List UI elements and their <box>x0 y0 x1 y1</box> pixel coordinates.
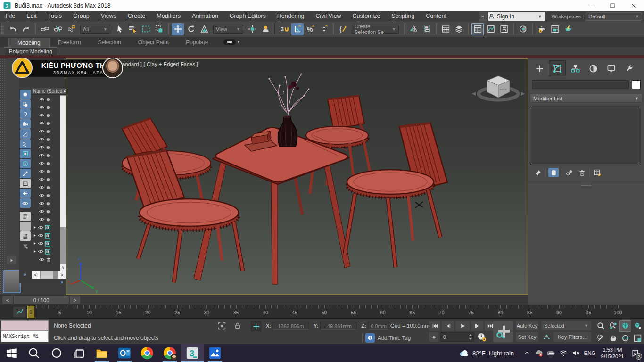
mirror-button[interactable] <box>407 23 420 35</box>
time-slider-handle[interactable]: 0 / 100 <box>14 296 69 304</box>
bind-spacewarp-button[interactable] <box>65 23 77 35</box>
pb-play-button[interactable] <box>455 321 470 331</box>
explorer-row[interactable] <box>32 111 60 119</box>
pb-prev-button[interactable] <box>442 321 454 331</box>
object-name-field[interactable] <box>532 80 629 89</box>
perspective-viewport[interactable]: BACK x y z [ + ] [ Perspective ] [ Stand… <box>66 58 528 295</box>
scale-button[interactable] <box>198 23 210 35</box>
timeline-slider[interactable]: 0 <box>27 306 34 318</box>
taskbar-task-view[interactable] <box>68 344 91 362</box>
frozen-dot-icon[interactable] <box>46 97 50 102</box>
previous-frame-button[interactable]: < <box>2 296 13 304</box>
visibility-eye-icon[interactable] <box>39 145 44 150</box>
pin-button[interactable] <box>533 168 543 177</box>
pb-start-button[interactable] <box>429 321 440 331</box>
ribbon-tab-modeling[interactable]: Modeling <box>8 38 50 47</box>
pivot-center-button[interactable] <box>246 23 258 35</box>
taskbar-chrome[interactable] <box>136 344 158 362</box>
f-spacewarps-filter-button[interactable] <box>20 139 31 148</box>
named-selection-set-dropdown[interactable]: Create Selection Se▼ <box>352 25 399 34</box>
isolate-selection-icon[interactable] <box>218 322 226 331</box>
snap-angle-button[interactable] <box>291 23 304 35</box>
menu-customize[interactable]: Customize <box>347 11 386 21</box>
menu-scripting[interactable]: Scripting <box>386 11 420 21</box>
f-bones-filter-button[interactable] <box>20 169 31 178</box>
explorer-vertical-scrollbar[interactable] <box>60 95 66 264</box>
align-button[interactable] <box>421 23 433 35</box>
coordinate-system-dropdown[interactable]: View▼ <box>213 25 243 34</box>
snap-3d-button[interactable]: 3 <box>278 23 290 35</box>
viewport-layout-tab[interactable] <box>3 270 21 293</box>
expand-arrow-icon[interactable] <box>33 241 37 246</box>
add-time-tag[interactable]: Add Time Tag <box>378 335 411 341</box>
ribbon-tab-freeform[interactable]: Freeform <box>50 38 90 47</box>
visibility-eye-icon[interactable] <box>38 225 43 230</box>
menu-civil-view[interactable]: Civil View <box>310 11 347 21</box>
language-indicator[interactable]: ENG <box>582 350 598 356</box>
sb-list2-button[interactable] <box>20 231 31 241</box>
taskbar-chrome-profile[interactable] <box>158 344 181 362</box>
frozen-dot-icon[interactable] <box>46 185 50 190</box>
visibility-eye-icon[interactable] <box>39 201 44 206</box>
explorer-row[interactable] <box>32 127 60 135</box>
frozen-dot-icon[interactable] <box>46 145 50 150</box>
ribbon-tab-object-paint[interactable]: Object Paint <box>130 38 177 47</box>
menu-group[interactable]: Group <box>67 11 95 21</box>
explorer-row[interactable] <box>32 135 60 143</box>
mini-curve-editor-button[interactable] <box>13 307 25 317</box>
workspace-dropdown[interactable]: Default ▼ <box>586 12 642 21</box>
taskbar-photos[interactable] <box>204 344 226 362</box>
visibility-eye-icon[interactable] <box>38 233 43 238</box>
explorer-row[interactable] <box>32 119 60 127</box>
frozen-dot-icon[interactable] <box>46 161 50 166</box>
tab-polygon-modeling[interactable]: Polygon Modeling <box>4 47 57 55</box>
configure-sets-button[interactable] <box>592 168 603 177</box>
maximize-button[interactable] <box>602 0 623 11</box>
explorer-name-column-header[interactable]: Name (Sorted A <box>32 88 66 95</box>
key-filters-button[interactable]: Key Filters... <box>553 332 591 342</box>
maximize-viewport-button[interactable] <box>632 332 644 344</box>
set-key-button[interactable]: Set Key <box>516 332 538 342</box>
maxscript-mini-listener[interactable]: MAXScript Mi <box>1 331 49 342</box>
undo-button[interactable] <box>7 23 19 35</box>
menu-create[interactable]: Create <box>122 11 151 21</box>
expand-arrow-icon[interactable] <box>33 249 37 254</box>
selection-lock-icon[interactable] <box>234 322 241 331</box>
modifier-stack[interactable] <box>531 106 641 164</box>
pan-button[interactable] <box>607 332 619 344</box>
frozen-dot-icon[interactable] <box>46 201 50 206</box>
x-coordinate-field[interactable]: 1362.896m <box>272 322 309 330</box>
unlink-button[interactable] <box>52 23 64 35</box>
menu-content[interactable]: Content <box>420 11 452 21</box>
sb-list-button[interactable] <box>20 212 31 221</box>
frozen-dot-icon[interactable] <box>46 105 50 110</box>
frozen-dot-icon[interactable] <box>46 169 50 174</box>
visibility-eye-icon[interactable] <box>39 97 44 102</box>
command-tab-utilities[interactable] <box>620 60 637 76</box>
overflow-chevron-icon[interactable]: » <box>60 279 63 285</box>
menu-views[interactable]: Views <box>95 11 122 21</box>
scene-explorer-button[interactable] <box>471 23 484 35</box>
time-tag-icon[interactable] <box>365 333 375 343</box>
layer-manager-button[interactable] <box>439 23 452 35</box>
overflow-chevron-icon[interactable]: » <box>24 272 26 277</box>
timeline-ruler[interactable]: 5101520253035404550556065707580859095100… <box>0 305 644 319</box>
render-setup-button[interactable] <box>536 23 548 35</box>
menu-tools[interactable]: Tools <box>42 11 67 21</box>
visibility-eye-icon[interactable] <box>39 257 44 262</box>
battery-icon[interactable] <box>545 344 557 362</box>
modifier-list-dropdown[interactable]: Modifier List ▼ <box>530 94 642 103</box>
frozen-dot-icon[interactable] <box>46 209 50 214</box>
explorer-row[interactable] <box>32 191 60 199</box>
menu-overflow-button[interactable]: » <box>479 12 487 21</box>
dock-grip[interactable] <box>0 58 6 295</box>
frame-spinner[interactable] <box>468 333 473 341</box>
scroll-right-button[interactable]: > <box>58 272 66 279</box>
visibility-eye-icon[interactable] <box>39 113 44 118</box>
maxscript-mini-listener-pink[interactable] <box>1 320 49 331</box>
make-unique-button[interactable] <box>564 168 574 177</box>
f-cameras-filter-button[interactable] <box>20 119 31 129</box>
absolute-mode-button[interactable] <box>251 321 261 331</box>
command-tab-motion[interactable] <box>585 60 602 76</box>
rollout-grip[interactable] <box>581 184 591 186</box>
